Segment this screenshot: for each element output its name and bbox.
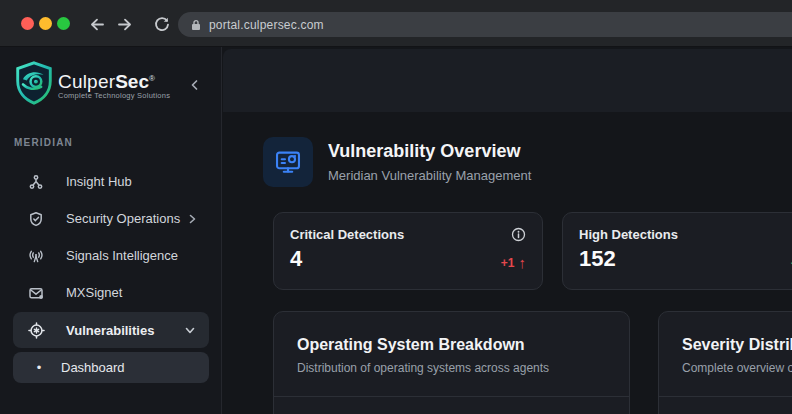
mail-badge-icon [28, 285, 44, 301]
panel-subtitle: Complete overview of [682, 361, 792, 375]
stat-delta: +1↑ [501, 254, 526, 271]
sidebar-item-insight-hub[interactable]: Insight Hub [0, 163, 222, 200]
brand-tagline: Complete Technology Solutions [58, 91, 170, 100]
chevron-left-icon [189, 79, 201, 91]
antenna-icon [28, 248, 44, 264]
sidebar-item-label: Vulnerabilities [66, 323, 154, 338]
panel-title: Operating System Breakdown [297, 336, 606, 354]
url-text: portal.culpersec.com [209, 18, 324, 32]
trend-up-icon: ↑ [519, 254, 527, 271]
sidebar: CulperSec® Complete Technology Solutions… [0, 47, 222, 414]
stat-label: Critical Detections [290, 227, 404, 242]
lock-icon [191, 19, 201, 31]
arrow-right-icon [116, 16, 133, 33]
reload-icon [153, 16, 170, 33]
stat-label: High Detections [579, 227, 678, 242]
sidebar-section-label: MERIDIAN [14, 137, 73, 148]
sidebar-item-dashboard[interactable]: • Dashboard [13, 352, 209, 383]
stat-card-critical-detections: Critical Detections 4 +1↑ [273, 212, 543, 290]
chevron-right-icon [186, 213, 198, 225]
page-icon-box [263, 137, 313, 187]
sidebar-item-security-operations[interactable]: Security Operations [0, 200, 222, 237]
minimize-window-button[interactable] [39, 17, 52, 30]
back-button[interactable] [88, 15, 106, 33]
sidebar-item-label: Insight Hub [66, 174, 132, 189]
monitor-scan-icon [274, 148, 302, 176]
sidebar-item-signals-intelligence[interactable]: Signals Intelligence [0, 237, 222, 274]
reload-button[interactable] [152, 15, 170, 33]
sidebar-item-mxsignet[interactable]: MXSignet [0, 274, 222, 311]
panel-severity-distribution: Severity Distribution Complete overview … [658, 311, 792, 414]
panel-os-breakdown: Operating System Breakdown Distribution … [273, 311, 630, 414]
collapse-sidebar-button[interactable] [188, 78, 202, 92]
brand-name-bold: Sec [115, 71, 149, 92]
chevron-down-icon [184, 324, 196, 336]
info-icon[interactable] [511, 227, 526, 242]
bullet-icon: • [34, 360, 44, 375]
page-subtitle: Meridian Vulnerability Management [328, 168, 531, 183]
page-title: Vulnerability Overview [328, 141, 520, 162]
brand-name-regular: Culper [58, 71, 115, 92]
window-controls [21, 17, 70, 30]
scan-target-icon [28, 322, 45, 339]
sidebar-item-label: Dashboard [61, 360, 125, 375]
app-window: portal.culpersec.com CulperSec® Complete… [0, 0, 792, 414]
browser-chrome: portal.culpersec.com [0, 0, 792, 47]
panel-title: Severity Distribution [682, 336, 792, 354]
url-bar[interactable]: portal.culpersec.com [178, 12, 792, 37]
maximize-window-button[interactable] [57, 17, 70, 30]
sidebar-item-vulnerabilities[interactable]: Vulnerabilities [13, 312, 209, 348]
network-nodes-icon [28, 174, 44, 190]
stat-value: 4 [290, 247, 302, 271]
trademark-symbol: ® [149, 74, 155, 83]
panel-subtitle: Distribution of operating systems across… [297, 361, 606, 375]
main-topbar [223, 49, 792, 112]
sidebar-item-label: MXSignet [66, 285, 122, 300]
delta-value: +1 [501, 256, 515, 270]
arrow-left-icon [89, 16, 106, 33]
shield-check-icon [28, 211, 44, 227]
close-window-button[interactable] [21, 17, 34, 30]
brand-name: CulperSec® [58, 69, 155, 91]
stat-card-high-detections: High Detections 152 -1↓ [562, 212, 792, 290]
sidebar-item-label: Security Operations [66, 211, 180, 226]
shield-eye-logo-icon [11, 60, 57, 106]
stat-value: 152 [579, 247, 616, 271]
forward-button[interactable] [115, 15, 133, 33]
sidebar-item-label: Signals Intelligence [66, 248, 178, 263]
